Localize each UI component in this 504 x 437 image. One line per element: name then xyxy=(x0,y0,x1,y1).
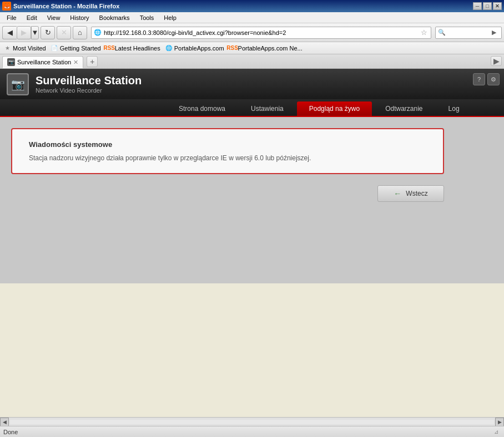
menu-view[interactable]: View xyxy=(43,13,65,22)
search-box: 🔍 ▶ xyxy=(435,27,502,39)
message-box: Wiadomości systemowe Stacja nadzoru wizy… xyxy=(11,128,444,174)
tab-surveillance-station[interactable]: 📷 Surveillance Station ✕ xyxy=(2,56,83,68)
settings-icon-button[interactable]: ⚙ xyxy=(487,73,500,85)
address-bar: 🌐 ☆ xyxy=(91,27,431,39)
help-icon-button[interactable]: ? xyxy=(473,73,485,85)
scroll-track[interactable] xyxy=(10,420,494,424)
bookmark-star-icon[interactable]: ☆ xyxy=(421,28,427,37)
status-bar: Done ⊿ xyxy=(0,426,504,437)
bookmark-portableapps[interactable]: 🌐 PortableApps.com xyxy=(165,44,224,52)
tab-close-button[interactable]: ✕ xyxy=(73,59,78,66)
menu-bookmarks[interactable]: Bookmarks xyxy=(95,13,134,22)
message-text: Stacja nadzoru wizyjnego działa poprawni… xyxy=(29,154,426,162)
restore-button[interactable]: □ xyxy=(483,2,492,10)
tab-bar: 📷 Surveillance Station ✕ + ▶ xyxy=(0,54,504,69)
window-title: Surveillance Station - Mozilla Firefox xyxy=(13,3,119,9)
tab-favicon: 📷 xyxy=(7,58,15,66)
menu-bar: File Edit View History Bookmarks Tools H… xyxy=(0,12,504,23)
horizontal-scrollbar: ◀ ▶ xyxy=(0,417,504,426)
main-content: Wiadomości systemowe Stacja nadzoru wizy… xyxy=(0,117,504,283)
title-bar: 🦊 Surveillance Station - Mozilla Firefox… xyxy=(0,0,504,12)
camera-icon: 📷 xyxy=(11,78,25,91)
back-forward-group: ◀ ▶ ▼ xyxy=(2,26,39,39)
bookmark-latest-headlines[interactable]: RSS Latest Headlines xyxy=(105,44,160,52)
menu-file[interactable]: File xyxy=(2,13,21,22)
title-bar-buttons[interactable]: ─ □ ✕ xyxy=(473,2,502,10)
status-text: Done xyxy=(3,429,492,435)
bookmark-label: PortableApps.com xyxy=(174,45,224,52)
back-button-label: Wstecz xyxy=(406,190,427,197)
header-icons: ? ⚙ xyxy=(473,73,500,85)
title-bar-left: 🦊 Surveillance Station - Mozilla Firefox xyxy=(2,2,119,11)
search-engine-icon: 🔍 xyxy=(438,29,446,36)
minimize-button[interactable]: ─ xyxy=(473,2,482,10)
nav-tab-ustawienia[interactable]: Ustawienia xyxy=(239,101,296,116)
tab-label: Surveillance Station xyxy=(17,59,71,65)
bookmark-label: Latest Headlines xyxy=(115,45,160,52)
menu-help[interactable]: Help xyxy=(159,13,181,22)
search-input[interactable] xyxy=(447,29,492,36)
nav-bar: ◀ ▶ ▼ ↻ ✕ ⌂ 🌐 ☆ 🔍 ▶ xyxy=(0,23,504,42)
reload-button[interactable]: ↻ xyxy=(41,26,55,39)
bookmark-portableapps-ne[interactable]: RSS PortableApps.com Ne... xyxy=(229,44,303,52)
bookmark-getting-started[interactable]: 📄 Getting Started xyxy=(51,44,101,52)
bookmark-label: Getting Started xyxy=(60,45,101,52)
back-arrow-icon: ← xyxy=(394,189,401,198)
app-header: 📷 Surveillance Station Network Video Rec… xyxy=(0,69,504,99)
menu-tools[interactable]: Tools xyxy=(135,13,159,22)
menu-edit[interactable]: Edit xyxy=(22,13,42,22)
nav-tab-podglad[interactable]: Podgląd na żywo xyxy=(297,101,372,116)
app-title: Surveillance Station xyxy=(36,74,142,87)
scroll-right-button[interactable]: ▶ xyxy=(495,418,504,426)
message-title: Wiadomości systemowe xyxy=(29,140,426,149)
resize-handle[interactable]: ⊿ xyxy=(492,428,501,436)
star-icon: ★ xyxy=(3,44,11,52)
page-icon: 📄 xyxy=(51,44,58,52)
app-nav: Strona domowa Ustawienia Podgląd na żywo… xyxy=(0,99,504,117)
menu-history[interactable]: History xyxy=(65,13,93,22)
nav-tab-odtwarzanie[interactable]: Odtwarzanie xyxy=(373,101,435,116)
rss-icon-2: RSS xyxy=(229,44,236,52)
bookmark-most-visited[interactable]: ★ Most Visited xyxy=(3,44,46,52)
close-button[interactable]: ✕ xyxy=(493,2,502,10)
search-go-button[interactable]: ▶ xyxy=(492,29,496,36)
app-subtitle: Network Video Recorder xyxy=(36,87,142,94)
nav-tab-strona-domowa[interactable]: Strona domowa xyxy=(167,101,238,116)
app-title-area: Surveillance Station Network Video Recor… xyxy=(36,74,142,94)
back-button-area: ← Wstecz xyxy=(11,185,444,202)
bookmarks-bar: ★ Most Visited 📄 Getting Started RSS Lat… xyxy=(0,42,504,54)
new-tab-button[interactable]: + xyxy=(87,56,98,67)
globe-icon: 🌐 xyxy=(165,44,173,52)
status-right: ⊿ xyxy=(492,428,501,436)
back-button[interactable]: ← Wstecz xyxy=(377,185,444,202)
nav-tab-log[interactable]: Log xyxy=(436,101,472,116)
forward-button[interactable]: ▶ xyxy=(17,26,31,39)
page-icon: 🌐 xyxy=(94,29,102,36)
history-dropdown[interactable]: ▼ xyxy=(31,26,39,39)
bookmark-label: Most Visited xyxy=(13,45,46,52)
app-logo: 📷 xyxy=(7,73,29,95)
rss-icon: RSS xyxy=(105,44,113,52)
scroll-left-button[interactable]: ◀ xyxy=(0,418,9,426)
stop-button[interactable]: ✕ xyxy=(57,26,71,39)
back-button[interactable]: ◀ xyxy=(2,26,17,39)
scroll-tabs-right[interactable]: ▶ xyxy=(491,56,502,66)
address-input[interactable] xyxy=(104,29,420,36)
bookmark-label: PortableApps.com Ne... xyxy=(238,45,303,52)
home-button[interactable]: ⌂ xyxy=(73,26,87,39)
firefox-icon: 🦊 xyxy=(2,2,11,11)
